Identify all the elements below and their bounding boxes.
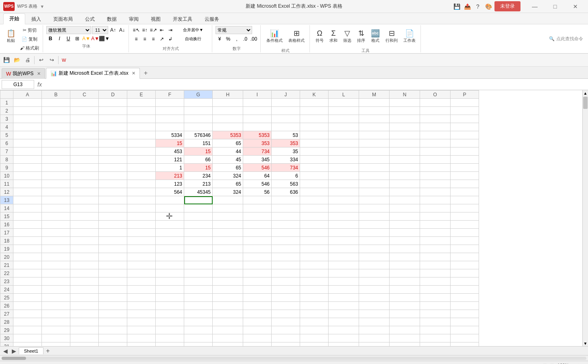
align-top-left[interactable]: ≡↖ xyxy=(132,26,140,34)
cell-A20[interactable] xyxy=(13,253,42,261)
col-header-M[interactable]: M xyxy=(359,91,390,99)
add-sheet-button[interactable]: + xyxy=(44,347,51,355)
paste-button[interactable]: 📋 粘贴 xyxy=(4,26,18,47)
cell-P2[interactable] xyxy=(451,107,479,115)
cell-J2[interactable] xyxy=(272,107,300,115)
cell-E25[interactable] xyxy=(127,294,156,302)
cell-O2[interactable] xyxy=(420,107,451,115)
cell-L13[interactable] xyxy=(329,196,359,204)
cell-O17[interactable] xyxy=(420,229,451,237)
cell-E6[interactable] xyxy=(127,139,156,147)
cell-G17[interactable] xyxy=(184,229,213,237)
cell-D2[interactable] xyxy=(99,107,127,115)
cell-L5[interactable] xyxy=(329,131,359,139)
row-header-1[interactable]: 1 xyxy=(0,99,13,107)
cell-C24[interactable] xyxy=(70,286,99,294)
cell-H26[interactable] xyxy=(213,302,243,310)
cell-D25[interactable] xyxy=(99,294,127,302)
cell-O25[interactable] xyxy=(420,294,451,302)
col-header-I[interactable]: I xyxy=(243,91,272,99)
cell-A5[interactable] xyxy=(13,131,42,139)
cell-F8[interactable]: 121 xyxy=(156,156,184,164)
cell-C9[interactable] xyxy=(70,164,99,172)
cell-I7[interactable]: 734 xyxy=(243,147,272,156)
align-center[interactable]: ≡ xyxy=(141,35,149,43)
cell-D3[interactable] xyxy=(99,115,127,123)
cell-D30[interactable] xyxy=(99,334,127,342)
col-header-O[interactable]: O xyxy=(420,91,451,99)
horizontal-scrollbar[interactable] xyxy=(0,355,588,361)
cell-G3[interactable] xyxy=(184,115,213,123)
cell-P27[interactable] xyxy=(451,310,479,318)
cell-D16[interactable] xyxy=(99,221,127,229)
cell-L22[interactable] xyxy=(329,269,359,277)
cell-J5[interactable]: 53 xyxy=(272,131,300,139)
cell-I20[interactable] xyxy=(243,253,272,261)
cell-G22[interactable] xyxy=(184,269,213,277)
row-header-16[interactable]: 16 xyxy=(0,221,13,229)
cell-F18[interactable] xyxy=(156,237,184,245)
indent-decrease[interactable]: ⇤ xyxy=(158,26,166,34)
h-scroll-track[interactable] xyxy=(2,357,586,360)
tab-cloud[interactable]: 云服务 xyxy=(198,14,225,24)
cell-O10[interactable] xyxy=(420,172,451,180)
cell-O15[interactable] xyxy=(420,212,451,221)
cell-F5[interactable]: 5334 xyxy=(156,131,184,139)
cell-G27[interactable] xyxy=(184,310,213,318)
cell-O22[interactable] xyxy=(420,269,451,277)
cell-O7[interactable] xyxy=(420,147,451,156)
cell-M30[interactable] xyxy=(359,334,390,342)
cell-E19[interactable] xyxy=(127,245,156,253)
cell-F12[interactable]: 564 xyxy=(156,188,184,196)
cell-E11[interactable] xyxy=(127,180,156,188)
cell-I9[interactable]: 546 xyxy=(243,164,272,172)
scroll-up[interactable]: ▲ xyxy=(583,90,588,96)
cell-N27[interactable] xyxy=(390,310,420,318)
cell-E4[interactable] xyxy=(127,123,156,131)
cell-E29[interactable] xyxy=(127,326,156,334)
cell-P30[interactable] xyxy=(451,334,479,342)
cell-N19[interactable] xyxy=(390,245,420,253)
comma-button[interactable]: , xyxy=(233,35,241,43)
cell-K20[interactable] xyxy=(300,253,329,261)
cell-F9[interactable]: 1 xyxy=(156,164,184,172)
cell-P9[interactable] xyxy=(451,164,479,172)
cell-L17[interactable] xyxy=(329,229,359,237)
cell-L23[interactable] xyxy=(329,277,359,286)
align-right[interactable]: ≡ xyxy=(149,35,157,43)
cell-L26[interactable] xyxy=(329,302,359,310)
cell-O11[interactable] xyxy=(420,180,451,188)
cell-B26[interactable] xyxy=(42,302,70,310)
cell-D29[interactable] xyxy=(99,326,127,334)
number-format-select[interactable]: 常规 xyxy=(216,26,252,34)
cell-G26[interactable] xyxy=(184,302,213,310)
cell-A2[interactable] xyxy=(13,107,42,115)
cell-D28[interactable] xyxy=(99,318,127,326)
cell-H9[interactable]: 65 xyxy=(213,164,243,172)
cell-O9[interactable] xyxy=(420,164,451,172)
cell-B15[interactable] xyxy=(42,212,70,221)
minimize-button[interactable]: — xyxy=(525,0,544,13)
cell-L10[interactable] xyxy=(329,172,359,180)
percent-button[interactable]: % xyxy=(224,35,232,43)
cell-K5[interactable] xyxy=(300,131,329,139)
cell-A18[interactable] xyxy=(13,237,42,245)
cell-P16[interactable] xyxy=(451,221,479,229)
cell-L2[interactable] xyxy=(329,107,359,115)
cell-C31[interactable] xyxy=(70,342,99,347)
cell-K26[interactable] xyxy=(300,302,329,310)
cell-N5[interactable] xyxy=(390,131,420,139)
cell-H3[interactable] xyxy=(213,115,243,123)
cell-M1[interactable] xyxy=(359,99,390,107)
cell-F13[interactable] xyxy=(156,196,184,204)
row-header-5[interactable]: 5 xyxy=(0,131,13,139)
border-button[interactable]: ⊞ xyxy=(73,35,81,43)
cell-A31[interactable] xyxy=(13,342,42,347)
cell-C18[interactable] xyxy=(70,237,99,245)
cell-H30[interactable] xyxy=(213,334,243,342)
cell-B8[interactable] xyxy=(42,156,70,164)
cell-H18[interactable] xyxy=(213,237,243,245)
name-box[interactable] xyxy=(2,80,34,89)
cell-C12[interactable] xyxy=(70,188,99,196)
cell-C30[interactable] xyxy=(70,334,99,342)
